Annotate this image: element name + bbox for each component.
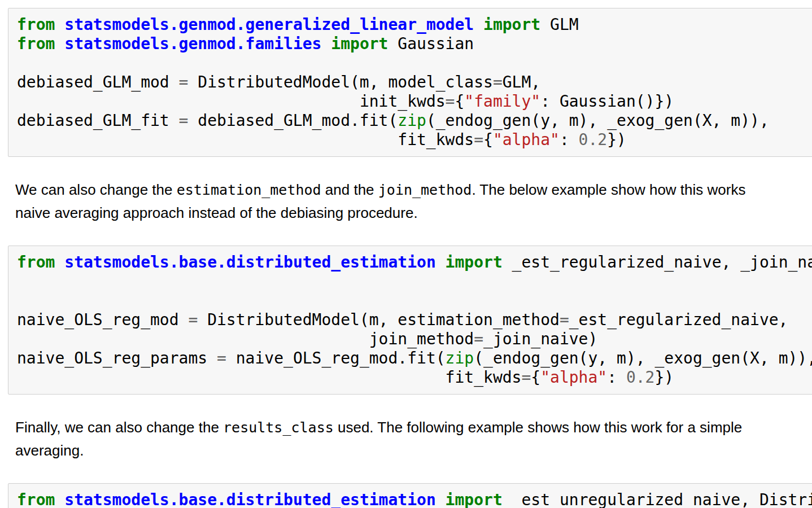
code-token: "family" <box>464 92 540 111</box>
code-token: (_endog_gen(y, m), _exog_gen(X, m)), <box>426 111 769 130</box>
code-token: naive_OLS_reg_mod.fit( <box>226 349 446 367</box>
code-token <box>436 253 446 271</box>
paragraph-text: naive averaging approach instead of the … <box>15 204 418 221</box>
code-token: statsmodels.base.distributed_estimation <box>64 491 435 508</box>
code-token: = <box>179 73 189 91</box>
code-token: = <box>474 130 483 149</box>
code-token: import <box>446 253 503 271</box>
code-token: naive_OLS_reg_mod <box>17 310 188 329</box>
code-token: GLM, <box>503 73 540 91</box>
code-token: join_method <box>369 330 474 348</box>
code-cell-debiased-glm: from statsmodels.genmod.generalized_line… <box>8 8 812 157</box>
code-token: import <box>331 34 388 53</box>
paragraph-text: averaging. <box>15 442 84 459</box>
inline-code: estimation_method <box>177 182 321 198</box>
code-token: (_endog_gen(y, m), _exog_gen(X, m)), <box>474 349 812 367</box>
code-token: DistributedModel(m, model_class <box>188 73 492 91</box>
code-token: : <box>607 368 626 387</box>
code-token <box>55 253 64 271</box>
markdown-paragraph-results-class: Finally, we can also change the results_… <box>15 416 812 462</box>
code-token: { <box>455 92 464 111</box>
code-token: = <box>188 310 198 329</box>
code-token: zip <box>398 111 426 130</box>
code-token: naive_OLS_reg_params <box>17 349 217 367</box>
paragraph-text: and the <box>321 181 378 198</box>
code-token: = <box>179 111 189 130</box>
paragraph-text: We can also change the <box>15 181 177 198</box>
code-token: debiased_GLM_mod.fit( <box>188 111 398 130</box>
code-token: from <box>17 491 55 508</box>
code-token: = <box>493 73 503 91</box>
code-token: _join_naive) <box>483 330 597 348</box>
code-token: }) <box>607 130 626 149</box>
code-token: fit_kwds <box>398 130 474 149</box>
code-token <box>436 491 446 508</box>
code-token <box>55 491 64 508</box>
code-token: "alpha" <box>493 130 560 149</box>
code-token: }) <box>654 368 674 387</box>
markdown-paragraph-estimation-method: We can also change the estimation_method… <box>15 178 812 224</box>
code-token <box>474 15 483 34</box>
code-token: : Gaussian()}) <box>540 92 674 111</box>
code-token: = <box>521 368 531 387</box>
code-token: GLM <box>540 15 578 34</box>
code-token <box>55 34 64 53</box>
code-token: DistributedModel(m, estimation_method <box>198 310 560 329</box>
inline-code: results_class <box>223 419 334 436</box>
code-token: init_kwds <box>360 92 446 111</box>
paragraph-text: Finally, we can also change the <box>15 419 223 436</box>
code-token: statsmodels.genmod.families <box>64 34 321 53</box>
paragraph-text: . The below example show how this works <box>472 181 745 198</box>
code-token: Gaussian <box>388 34 474 53</box>
code-token: from <box>17 34 55 53</box>
code-token: debiased_GLM_mod <box>17 73 179 91</box>
code-token: 0.2 <box>626 368 655 387</box>
code-token: zip <box>446 349 474 367</box>
paragraph-text: used. The following example shows how th… <box>334 419 743 436</box>
code-token: { <box>531 368 540 387</box>
code-token: import <box>446 491 503 508</box>
code-token: = <box>217 349 226 367</box>
code-token: _est_unregularized_naive, DistributedRes… <box>503 491 812 508</box>
code-token: = <box>446 92 455 111</box>
code-cell-naive-ols-unregularized: from statsmodels.base.distributed_estima… <box>8 483 812 508</box>
code-token: 0.2 <box>579 130 608 149</box>
code-token <box>55 15 64 34</box>
code-token: : <box>560 130 579 149</box>
code-token: statsmodels.base.distributed_estimation <box>64 253 435 271</box>
code-token: from <box>17 253 55 271</box>
code-token <box>321 34 331 53</box>
code-token: "alpha" <box>540 368 607 387</box>
code-cell-naive-ols-regularized: from statsmodels.base.distributed_estima… <box>8 246 812 395</box>
code-token: _est_regularized_naive, <box>569 310 788 329</box>
notebook-page: from statsmodels.genmod.generalized_line… <box>0 0 812 508</box>
code-token: = <box>474 330 483 348</box>
code-token: fit_kwds <box>446 368 522 387</box>
code-token: { <box>483 130 493 149</box>
code-token: from <box>17 15 55 34</box>
code-token: _est_regularized_naive, _join_naive <box>503 253 812 271</box>
code-token: = <box>560 310 569 329</box>
code-token: import <box>483 15 540 34</box>
code-token: statsmodels.genmod.generalized_linear_mo… <box>64 15 474 34</box>
inline-code: join_method <box>378 182 472 198</box>
code-token: debiased_GLM_fit <box>17 111 179 130</box>
